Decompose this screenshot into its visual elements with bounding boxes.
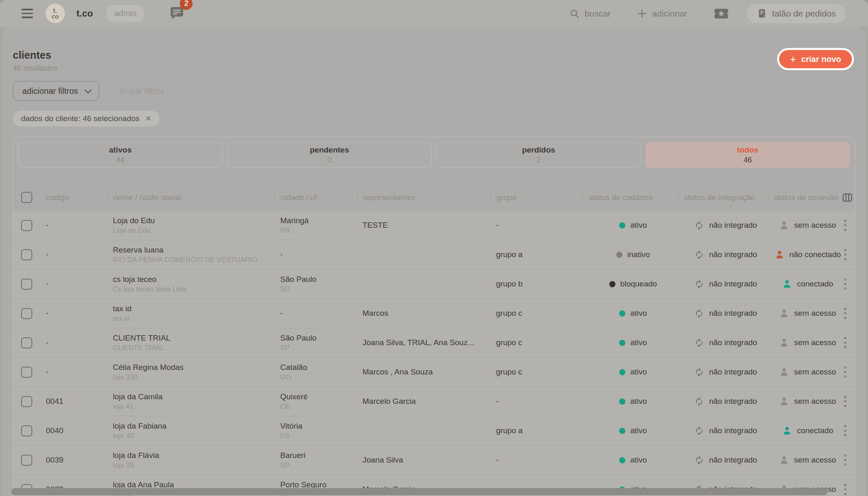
row-checkbox[interactable]: [21, 367, 32, 378]
cell-status-cadastro: ativo: [582, 446, 678, 475]
cell-status-cadastro: inativo: [582, 240, 678, 269]
table-row[interactable]: - Célia Regina Modas loja 390 Catalão GO…: [13, 357, 855, 386]
tab-todos[interactable]: todos 46: [646, 142, 850, 168]
row-checkbox[interactable]: [21, 455, 32, 466]
create-new-button[interactable]: + criar novo: [779, 50, 852, 68]
add-button[interactable]: adicionar: [637, 8, 687, 19]
row-menu-kebab-icon[interactable]: [842, 277, 848, 291]
cell-representantes: Joana Silva: [357, 446, 490, 475]
row-checkbox[interactable]: [21, 220, 32, 231]
cell-grupo: grupo c: [490, 328, 582, 357]
role-badge: admin: [106, 5, 144, 22]
cell-grupo: grupo c: [490, 299, 582, 328]
col-cidade[interactable]: cidade / uf: [274, 190, 357, 205]
cell-codigo: -: [40, 240, 107, 269]
cell-cidade-uf: -: [274, 299, 357, 328]
table-row[interactable]: - Reserva luana RIO DA PENHA COMERCIO DE…: [13, 240, 855, 269]
row-checkbox[interactable]: [21, 425, 32, 436]
cell-codigo: -: [40, 269, 107, 298]
favorites-button[interactable]: [713, 5, 730, 22]
row-menu-kebab-icon[interactable]: [842, 453, 848, 467]
row-menu-kebab-icon[interactable]: [842, 335, 848, 350]
create-new-label: criar novo: [801, 55, 841, 64]
col-status-cadastro[interactable]: status de cadastro: [582, 190, 678, 205]
cell-status-integracao: não integrado: [678, 446, 768, 475]
person-icon: [779, 367, 789, 377]
horizontal-scrollbar[interactable]: [11, 488, 827, 495]
col-status-integracao[interactable]: status de integração: [678, 190, 768, 205]
cell-nome-razao: Célia Regina Modas loja 390: [107, 358, 274, 386]
cell-codigo: -: [40, 211, 107, 240]
col-representantes[interactable]: representantes: [357, 190, 490, 205]
cell-status-integracao: não integrado: [678, 211, 768, 240]
add-filters-label: adicionar filtros: [22, 86, 78, 96]
tab-ativos[interactable]: ativos 44: [18, 142, 222, 168]
row-menu-kebab-icon[interactable]: [842, 365, 848, 379]
tab-pendentes[interactable]: pendentes 0: [227, 142, 432, 168]
search-icon: [569, 8, 580, 19]
main-panel: clientes 46 resultados + criar novo adic…: [3, 27, 865, 496]
cell-status-integracao: não integrado: [678, 387, 768, 416]
col-grupo[interactable]: grupo: [490, 190, 582, 205]
table-row[interactable]: 0040 loja da Fabiana loja 40 Vitória ES …: [13, 416, 855, 445]
row-menu-kebab-icon[interactable]: [842, 218, 848, 233]
row-checkbox[interactable]: [21, 337, 32, 348]
messages-badge: 2: [180, 0, 193, 10]
clear-filters-button[interactable]: limpar filtros: [120, 86, 165, 96]
table-row[interactable]: 0041 loja da Camila loja 41 Quixeré CE M…: [13, 386, 855, 416]
add-filters-button[interactable]: adicionar filtros: [13, 81, 99, 101]
order-pad-button[interactable]: talão de pedidos: [747, 4, 846, 23]
messages-button[interactable]: 2: [168, 4, 186, 23]
sync-icon: [694, 397, 704, 406]
sync-icon: [694, 309, 704, 318]
status-tabs: ativos 44 pendentes 0 perdidos 2 todos 4…: [13, 137, 855, 173]
tab-perdidos[interactable]: perdidos 2: [436, 142, 641, 168]
cell-grupo: grupo a: [490, 240, 582, 269]
status-dot-icon: [619, 222, 625, 229]
col-codigo[interactable]: código: [40, 190, 107, 205]
search-button[interactable]: buscar: [569, 8, 611, 19]
row-menu-kebab-icon[interactable]: [842, 394, 848, 409]
cell-status-conexao: sem acesso: [768, 358, 842, 386]
person-icon: [779, 338, 789, 348]
col-nome[interactable]: nome / razão social: [107, 190, 274, 205]
cell-status-cadastro: ativo: [582, 299, 678, 328]
row-menu-kebab-icon[interactable]: [842, 423, 848, 438]
row-checkbox[interactable]: [21, 396, 32, 407]
menu-hamburger-icon[interactable]: [21, 9, 33, 18]
col-status-conexao[interactable]: status de conexão: [768, 190, 842, 205]
row-menu-kebab-icon[interactable]: [842, 247, 848, 262]
row-checkbox[interactable]: [21, 308, 32, 319]
table-row[interactable]: - CLIENTE TRIAL CLIENTE TRIAL São Paulo …: [13, 328, 855, 357]
cell-representantes: Marcelo Garcia: [357, 387, 490, 416]
status-dot-icon: [609, 281, 615, 287]
table-row[interactable]: - tax id tax id - Marcos grupo c: [13, 298, 855, 328]
row-checkbox[interactable]: [21, 279, 32, 290]
column-settings-icon[interactable]: [842, 192, 853, 203]
table-row[interactable]: - cs loja teceo Cs loja teceo teste Ltda…: [13, 269, 855, 298]
status-dot-icon: [619, 398, 625, 405]
cell-representantes: [357, 240, 490, 269]
row-menu-kebab-icon[interactable]: [842, 306, 848, 321]
cell-status-integracao: não integrado: [678, 240, 768, 269]
table-row[interactable]: - Loja do Edu Loja do Edu Maringá PR TES…: [13, 210, 855, 240]
cell-status-cadastro: ativo: [582, 416, 678, 445]
results-count: 46 resultados: [13, 64, 855, 73]
row-checkbox[interactable]: [21, 249, 32, 260]
filter-chip[interactable]: dados do cliente: 46 selecionados ✕: [13, 111, 160, 126]
logo-text-bottom: co: [52, 14, 58, 19]
cell-status-conexao: não conectado: [768, 240, 842, 269]
cell-grupo: -: [490, 446, 582, 475]
clients-table-card: ativos 44 pendentes 0 perdidos 2 todos 4…: [13, 137, 855, 496]
cell-codigo: -: [40, 328, 107, 357]
table-row[interactable]: 0039 loja da Flávia loja 39 Barueri SP J…: [13, 445, 855, 475]
chip-close-icon[interactable]: ✕: [145, 114, 151, 123]
status-dot-icon: [619, 457, 625, 463]
brand-logo[interactable]: t. co: [45, 4, 65, 23]
row-menu-kebab-icon[interactable]: [842, 482, 848, 496]
person-icon: [779, 455, 789, 465]
cell-nome-razao: cs loja teceo Cs loja teceo teste Ltda: [107, 269, 274, 298]
person-icon: [782, 279, 792, 289]
select-all-checkbox[interactable]: [21, 192, 32, 203]
cell-status-conexao: sem acesso: [768, 211, 842, 240]
